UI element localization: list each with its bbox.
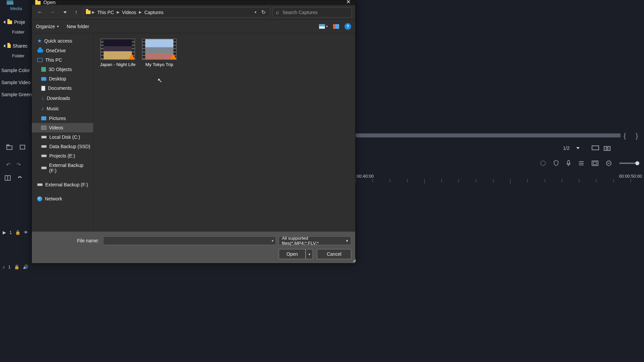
media-tab[interactable]: Media — [7, 0, 25, 12]
mute-icon[interactable]: 🔊 — [23, 264, 28, 269]
dialog-toolbar: Organize ▾ New folder ▾ ? — [32, 20, 355, 33]
shield-icon[interactable] — [553, 160, 559, 166]
tree-projects-e[interactable]: Projects (E:) — [32, 151, 93, 161]
tree-label: Music — [47, 106, 59, 111]
tree-music[interactable]: ♪Music — [32, 104, 93, 114]
resize-grip-icon[interactable]: ◢ — [353, 258, 355, 262]
tree-3d-objects[interactable]: 3D Objects — [32, 65, 93, 74]
videos-icon — [41, 126, 46, 130]
breadcrumb-captures[interactable]: Captures — [143, 9, 165, 16]
svg-point-9 — [606, 147, 608, 149]
preview-pane-button[interactable] — [333, 24, 339, 29]
new-folder-icon[interactable] — [6, 144, 13, 150]
sample-videos[interactable]: Sample Video — [0, 76, 31, 88]
breadcrumb-separator-icon: ▶ — [92, 10, 95, 14]
tree-external-f[interactable]: External Backup (F:) — [32, 161, 93, 175]
history-row: ↶ ↷ — [6, 162, 21, 168]
recent-locations-button[interactable] — [59, 8, 69, 17]
zoom-slider[interactable] — [619, 163, 638, 164]
tree-label: Data Backup (SSD) — [49, 144, 90, 149]
video-thumbnail — [142, 39, 177, 60]
frame-icon[interactable] — [592, 161, 598, 166]
drive-icon — [37, 183, 43, 186]
tree-network[interactable]: Network — [32, 194, 93, 203]
tree-this-pc[interactable]: This PC — [32, 55, 93, 65]
new-folder-button[interactable]: New folder — [67, 24, 89, 29]
redo-icon[interactable]: ↷ — [16, 162, 21, 168]
file-item[interactable]: My Tokyo Trip — [141, 39, 178, 68]
open-button-group: Open ▾ — [279, 249, 313, 259]
network-icon — [37, 196, 42, 201]
file-item[interactable]: Japan - Night Life — [99, 39, 137, 68]
import-icon[interactable] — [19, 144, 27, 150]
tree-label: This PC — [45, 57, 62, 63]
tree-desktop[interactable]: Desktop — [32, 74, 93, 83]
display-toggle-icon[interactable] — [592, 145, 599, 151]
sidebar-item-shared[interactable]: Sharec — [0, 41, 31, 51]
search-placeholder: Search Captures — [282, 10, 318, 15]
preview-scrubber[interactable] — [356, 133, 621, 137]
tree-data-backup[interactable]: Data Backup (SSD) — [32, 142, 93, 151]
collapse-icon — [3, 44, 5, 48]
sidebar-item-type: Folder — [0, 27, 31, 41]
pager-dropdown-icon[interactable] — [576, 147, 580, 149]
visibility-icon[interactable]: 👁 — [24, 230, 28, 235]
chevron-down-icon[interactable]: ▾ — [272, 239, 274, 243]
refresh-button[interactable] — [259, 9, 268, 15]
color-wheel-icon[interactable] — [540, 160, 546, 166]
drive-icon — [41, 167, 47, 169]
open-split-button[interactable]: ▾ — [306, 249, 313, 259]
media-tab-label: Media — [10, 6, 22, 11]
tree-external-f-2[interactable]: External Backup (F:) — [32, 180, 93, 189]
breadcrumb-videos[interactable]: Videos — [121, 9, 138, 16]
collapse-icon — [3, 20, 5, 24]
file-type-filter[interactable]: All supported files(*.MP4;*.FLV;* ▾ — [279, 236, 351, 245]
audio-track-header[interactable]: ♪ 1 🔒 🔊 — [3, 264, 28, 269]
tree-pictures[interactable]: Pictures — [32, 114, 93, 123]
zoom-out-icon[interactable] — [606, 160, 612, 166]
cancel-button[interactable]: Cancel — [317, 249, 351, 259]
undo-icon[interactable]: ↶ — [6, 162, 10, 168]
lock-icon[interactable]: 🔒 — [15, 230, 20, 235]
address-dropdown[interactable]: ▾ — [253, 10, 258, 14]
up-button[interactable] — [71, 8, 81, 17]
tree-label: Videos — [49, 125, 63, 130]
search-input[interactable]: Search Captures — [273, 7, 352, 17]
help-button[interactable]: ? — [344, 23, 351, 30]
tree-onedrive[interactable]: OneDrive — [32, 46, 93, 55]
tree-downloads[interactable]: ↓Downloads — [32, 93, 93, 104]
tree-local-disk-c[interactable]: Local Disk (C:) — [32, 132, 93, 142]
timeline-ticks — [356, 179, 642, 184]
tree-videos[interactable]: Videos — [32, 123, 93, 132]
address-bar[interactable]: ▶ This PC ▶ Videos ▶ Captures ▾ — [84, 7, 270, 17]
navigation-tree: ★ Quick access OneDrive This PC 3D Objec… — [32, 33, 94, 232]
mark-in-icon[interactable]: { — [624, 132, 626, 140]
back-button[interactable] — [35, 8, 45, 17]
list-icon[interactable] — [578, 161, 584, 166]
layout-icon[interactable] — [5, 175, 11, 181]
file-list[interactable]: Japan - Night Life My Tokyo Trip ↖ — [94, 33, 355, 232]
breadcrumb-this-pc[interactable]: This PC — [96, 9, 115, 16]
organize-button[interactable]: Organize ▾ — [36, 24, 59, 29]
link-icon[interactable] — [17, 175, 23, 181]
mic-icon[interactable] — [566, 160, 571, 166]
tree-label: Pictures — [49, 116, 66, 121]
sidebar-item-project[interactable]: Proje — [0, 17, 31, 27]
tree-documents[interactable]: Documents — [32, 83, 93, 93]
view-mode-button[interactable]: ▾ — [319, 24, 328, 29]
sample-green[interactable]: Sample Green — [0, 88, 31, 101]
file-name-input[interactable]: ▾ — [103, 236, 276, 245]
mark-out-icon[interactable]: } — [636, 132, 638, 140]
snapshot-icon[interactable] — [604, 145, 610, 151]
video-track-header[interactable]: ▶ 1 🔒 👁 — [3, 230, 28, 235]
cloud-icon — [37, 49, 43, 53]
forward-button[interactable] — [47, 8, 57, 17]
preview-pane-icon — [333, 24, 339, 29]
pager-text: 1/2 — [563, 145, 570, 151]
close-button[interactable]: ✕ — [342, 0, 355, 5]
open-button[interactable]: Open — [279, 249, 306, 259]
lock-icon[interactable]: 🔒 — [14, 264, 19, 269]
sample-colors[interactable]: Sample Color — [0, 64, 31, 76]
file-name: My Tokyo Trip — [145, 62, 173, 68]
tree-quick-access[interactable]: ★ Quick access — [32, 36, 93, 46]
